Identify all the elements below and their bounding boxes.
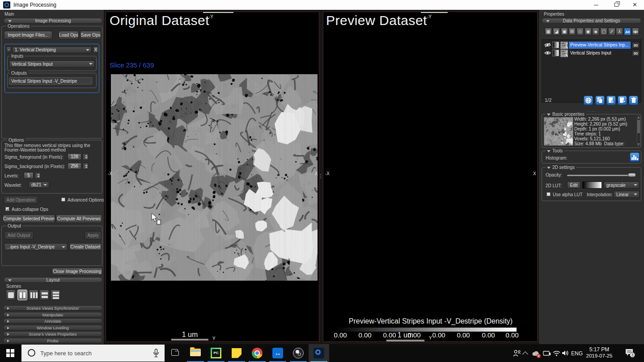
- section-layout[interactable]: Layout: [4, 277, 102, 283]
- section-image-processing[interactable]: Image Processing: [4, 18, 102, 24]
- scroll-up-icon[interactable]: [638, 117, 640, 118]
- display-device-icon[interactable]: [543, 351, 551, 356]
- filter-diamond-icon[interactable]: ◇: [576, 28, 584, 35]
- section-window-leveling[interactable]: Window Leveling: [3, 325, 102, 330]
- 3d-badge[interactable]: 3D: [632, 50, 640, 56]
- operation-select[interactable]: 1. Vertical Destriping: [12, 46, 92, 53]
- file-explorer-button[interactable]: [185, 344, 206, 362]
- interpolation-dropdown[interactable]: Linear: [614, 191, 640, 198]
- sigma-background-stepper[interactable]: [83, 163, 89, 169]
- levels-value[interactable]: 5: [24, 172, 34, 179]
- close-image-processing-button[interactable]: Close Image Processing: [52, 268, 102, 275]
- save-as-button[interactable]: [618, 96, 627, 105]
- close-button[interactable]: ✕: [625, 0, 644, 10]
- import-image-files-button[interactable]: Import Image Files...: [4, 31, 52, 39]
- create-dataset-button[interactable]: Create Dataset: [69, 243, 102, 251]
- edit-lut-button[interactable]: Edit: [567, 181, 580, 189]
- filter-ortho-icon[interactable]: ⊞: [568, 28, 576, 35]
- layout-triple-horizontal-button[interactable]: [51, 290, 60, 300]
- filter-volume-icon[interactable]: ▦: [545, 28, 552, 35]
- obs-button[interactable]: [288, 344, 309, 362]
- operation-collapse-button[interactable]: -: [6, 46, 11, 52]
- maximize-button[interactable]: [606, 0, 627, 10]
- layout-triple-vertical-button[interactable]: [29, 290, 38, 300]
- layout-dual-vertical-button[interactable]: [17, 290, 27, 300]
- section-manipulate[interactable]: Manipulate: [3, 312, 102, 317]
- section-annotate[interactable]: Annotate: [3, 318, 102, 324]
- load-ops-button[interactable]: Load Ops: [59, 31, 79, 39]
- output-dataset-dropdown[interactable]: ...ipes Input -V_Destripe: [4, 243, 68, 251]
- image-processing-app-button[interactable]: [309, 344, 329, 362]
- list-item[interactable]: Preview-Vertical Stripes Inp... 3D: [544, 42, 640, 49]
- operation-close-button[interactable]: X: [93, 46, 98, 53]
- list-item-name[interactable]: Preview-Vertical Stripes Inp...: [569, 42, 631, 49]
- start-button[interactable]: [0, 344, 21, 362]
- people-icon[interactable]: [513, 349, 521, 357]
- search-box[interactable]: Type here to search: [21, 345, 165, 362]
- clock-time[interactable]: 5:17 PM: [584, 346, 615, 353]
- onedrive-icon[interactable]: ✕: [532, 351, 541, 357]
- auto-collapse-checkbox[interactable]: [5, 207, 9, 211]
- compute-all-previews-button[interactable]: Compute All Previews: [56, 215, 102, 223]
- scroll-down-icon[interactable]: [638, 143, 640, 145]
- wavelet-dropdown[interactable]: db21: [29, 181, 49, 188]
- list-item-name[interactable]: Vertical Stripes Input: [569, 50, 631, 57]
- filter-skeleton-icon[interactable]: ⅄: [616, 28, 623, 35]
- section-data-properties[interactable]: Data Properties and Settings: [542, 18, 641, 24]
- save-ops-button[interactable]: Save Ops: [80, 31, 101, 39]
- convert-button[interactable]: [584, 96, 593, 105]
- sigma-foreground-value[interactable]: 128: [68, 153, 81, 160]
- add-operation-button[interactable]: Add Operation: [4, 196, 38, 204]
- compute-selected-preview-button[interactable]: Compute Selected Preview: [3, 215, 55, 223]
- wifi-icon[interactable]: [553, 350, 560, 356]
- opacity-slider-track[interactable]: [567, 175, 633, 176]
- filter-surface-icon[interactable]: ◈: [592, 28, 599, 35]
- preview-viewport[interactable]: Preview Dataset -Y -X X Preview-Vertical…: [323, 12, 538, 342]
- use-alpha-lut-checkbox[interactable]: [547, 192, 551, 196]
- sticky-notes-button[interactable]: [226, 344, 247, 362]
- slice-image[interactable]: [111, 74, 318, 281]
- lut-dropdown[interactable]: grayscale: [604, 181, 640, 189]
- opacity-slider-handle[interactable]: [628, 173, 636, 177]
- export-button[interactable]: [606, 96, 616, 105]
- scroll-thumb[interactable]: [637, 120, 640, 133]
- sigma-foreground-stepper[interactable]: [83, 153, 89, 160]
- inputs-dropdown[interactable]: Vertical Stripes Input: [9, 60, 95, 67]
- filter-fibers-icon[interactable]: ∕∕: [608, 28, 615, 35]
- pycharm-button[interactable]: PC: [206, 344, 226, 362]
- visibility-on-icon[interactable]: [544, 51, 551, 55]
- filter-slice-icon[interactable]: ◪: [553, 28, 560, 35]
- tray-expand-chevron-icon[interactable]: [522, 351, 528, 357]
- add-output-button[interactable]: Add Output: [4, 231, 34, 240]
- tab-main[interactable]: Main: [4, 12, 14, 17]
- clock-date[interactable]: 2019-07-25: [584, 353, 615, 358]
- layout-dual-horizontal-button[interactable]: [39, 290, 49, 300]
- volume-icon[interactable]: [562, 350, 569, 356]
- list-item[interactable]: Vertical Stripes Input 3D: [544, 50, 640, 57]
- filter-plane-icon[interactable]: ▣: [561, 28, 568, 35]
- action-center-button[interactable]: 3: [625, 349, 635, 358]
- chrome-button[interactable]: [247, 344, 267, 362]
- delete-button[interactable]: [629, 96, 638, 105]
- filter-visibility-icon[interactable]: [632, 28, 639, 35]
- task-view-button[interactable]: [165, 344, 185, 362]
- layout-single-view-button[interactable]: [6, 290, 16, 300]
- original-viewport[interactable]: Original Dataset -Y Slice 235 / 639 -X X…: [106, 12, 319, 342]
- advanced-options-checkbox[interactable]: [61, 198, 65, 202]
- section-scenes-views-synchronizer[interactable]: Scenes Views Synchronizer: [3, 305, 102, 311]
- levels-stepper[interactable]: [35, 172, 41, 179]
- language-indicator[interactable]: ENG: [571, 350, 583, 357]
- microphone-icon[interactable]: [153, 349, 159, 358]
- minimize-button[interactable]: [586, 0, 606, 10]
- visibility-off-icon[interactable]: [544, 42, 551, 47]
- filter-sphere-icon[interactable]: ◉: [585, 28, 592, 35]
- duplicate-button[interactable]: [595, 96, 605, 105]
- viewport-splitter[interactable]: •••: [320, 173, 322, 180]
- scrollbar[interactable]: [637, 116, 640, 146]
- sigma-background-value[interactable]: 256: [68, 163, 81, 169]
- 3d-badge[interactable]: 3D: [632, 42, 640, 48]
- histogram-button[interactable]: [630, 152, 640, 162]
- section-probe[interactable]: Probe: [3, 338, 102, 343]
- filter-bbox-icon[interactable]: ▢: [600, 28, 607, 35]
- apply-button[interactable]: Apply: [85, 231, 102, 240]
